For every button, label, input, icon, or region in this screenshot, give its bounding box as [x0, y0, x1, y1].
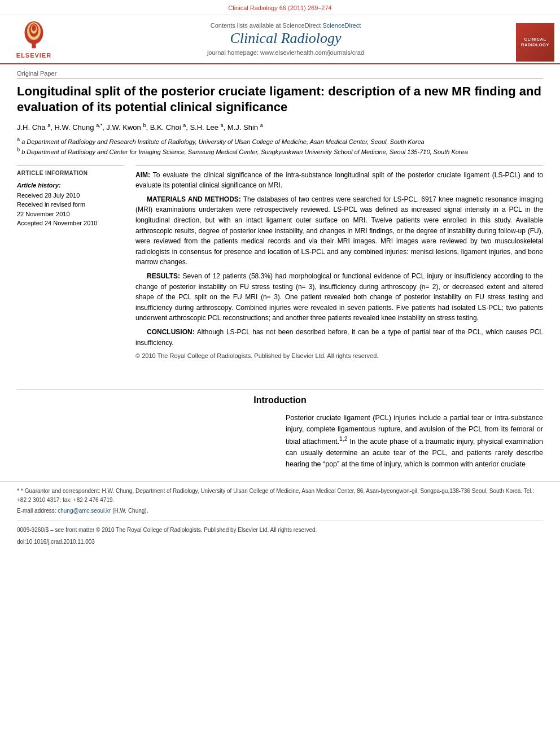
journal-title-heading: Clinical Radiology [62, 30, 509, 47]
page-footer: * * Guarantor and correspondent: H.W. Ch… [0, 481, 560, 551]
intro-col-left [17, 412, 274, 470]
badge-line1: CLINICAL [524, 37, 546, 42]
email-link[interactable]: chung@amc.seoul.kr [58, 508, 111, 514]
article-info-abstract: ARTICLE INFORMATION Article history: Rec… [17, 165, 543, 361]
authors-line: J.H. Cha a, H.W. Chung a,*, J.W. Kwon b,… [17, 123, 543, 132]
history-revised-date: 22 November 2010 [17, 209, 124, 219]
top-bar: Clinical Radiology 66 (2011) 269–274 [0, 0, 560, 15]
affiliation-b: b b Department of Radiology and Center f… [17, 146, 543, 156]
abstract-methods: MATERIALS AND METHODS: The databases of … [135, 194, 543, 268]
journal-header: ELSEVIER Contents lists available at Sci… [0, 15, 560, 64]
history-accepted: Accepted 24 November 2010 [17, 219, 124, 228]
history-revised-label: Received in revised form [17, 200, 124, 209]
sciencedirect-link[interactable]: ScienceDirect [322, 22, 361, 29]
homepage-url: journal homepage: www.elsevierhealth.com… [62, 49, 509, 56]
elsevier-logo: ELSEVIER [0, 20, 62, 63]
footer-divider [17, 521, 543, 521]
intro-col-right: Posterior cruciate ligament (PCL) injuri… [286, 412, 543, 470]
doi-line: doi:10.1016/j.crad.2010.11.003 [17, 539, 543, 545]
abstract-aim: AIM: To evaluate the clinical significan… [135, 170, 543, 191]
article-title: Longitudinal split of the posterior cruc… [17, 84, 543, 115]
footnote-guarantor: * * Guarantor and correspondent: H.W. Ch… [17, 486, 543, 504]
section-label: Original Paper [17, 70, 543, 79]
main-content: Original Paper Longitudinal split of the… [0, 64, 560, 383]
abstract-text: AIM: To evaluate the clinical significan… [135, 170, 543, 361]
introduction-body: Posterior cruciate ligament (PCL) injuri… [17, 412, 543, 470]
intro-paragraph-1: Posterior cruciate ligament (PCL) injuri… [286, 412, 543, 470]
abstract-column: AIM: To evaluate the clinical significan… [135, 165, 543, 361]
journal-reference: Clinical Radiology 66 (2011) 269–274 [228, 5, 331, 11]
footnote-email: E-mail address: chung@amc.seoul.kr (H.W.… [17, 506, 543, 515]
article-history-title: Article history: [17, 182, 124, 189]
journal-right-badge: CLINICAL RADIOLOGY [509, 20, 560, 63]
affiliations-block: a a Department of Radiology and Research… [17, 136, 543, 156]
contents-available-line: Contents lists available at ScienceDirec… [62, 22, 509, 29]
article-info-title: ARTICLE INFORMATION [17, 170, 124, 176]
elsevier-label-text: ELSEVIER [16, 52, 51, 59]
svg-point-5 [32, 25, 36, 31]
copyright-line: © 2010 The Royal College of Radiologists… [135, 351, 543, 361]
history-received: Received 28 July 2010 [17, 191, 124, 200]
elsevier-tree-icon [14, 20, 54, 51]
badge-line2: RADIOLOGY [521, 42, 549, 48]
article-info-column: ARTICLE INFORMATION Article history: Rec… [17, 165, 124, 361]
abstract-results: RESULTS: Seven of 12 patients (58.3%) ha… [135, 271, 543, 324]
journal-center: Contents lists available at ScienceDirec… [62, 20, 509, 63]
section-divider [17, 389, 543, 390]
introduction-section: Introduction Posterior cruciate ligament… [0, 389, 560, 470]
issn-line: 0009-9260/$ – see front matter © 2010 Th… [17, 527, 543, 533]
affiliation-a: a a Department of Radiology and Research… [17, 136, 543, 146]
journal-badge: CLINICAL RADIOLOGY [516, 23, 554, 62]
abstract-conclusion: CONCLUSION: Although LS-PCL has not been… [135, 327, 543, 348]
introduction-title: Introduction [17, 395, 543, 405]
